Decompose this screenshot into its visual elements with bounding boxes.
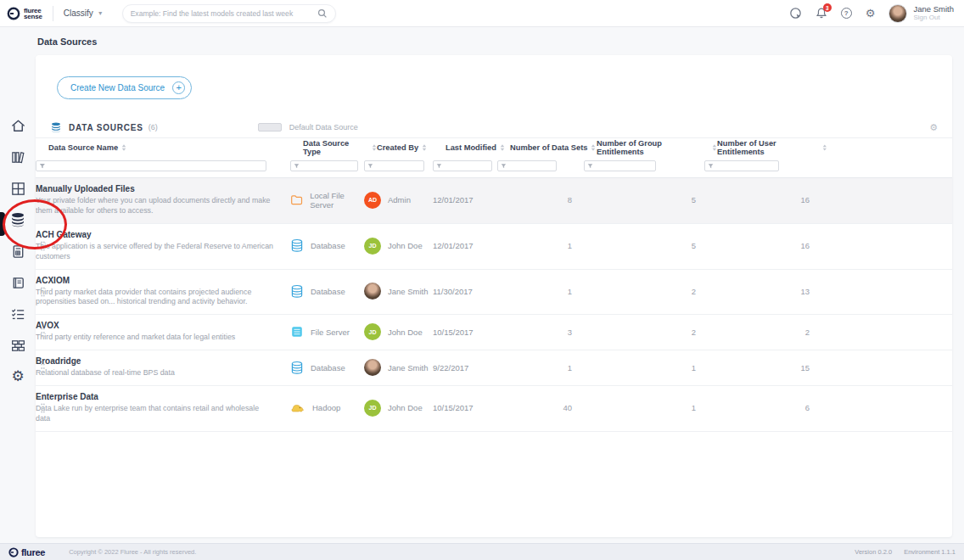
drag-handle-icon[interactable] [41,403,45,413]
created-by: John Doe [388,241,423,250]
sort-icon [422,143,427,152]
sort-icon [822,143,827,152]
created-by: Jane Smith [388,363,429,372]
last-modified: 11/30/2017 [433,287,497,296]
list-toolbar: DATA SOURCES (6) Default Data Source ⚙ [36,117,952,138]
data-sets-count: 3 [497,328,584,337]
user-entitlements-count: 15 [704,363,815,372]
drag-handle-icon[interactable] [41,241,45,251]
user-avatar [888,4,907,23]
sign-out-link[interactable]: Sign Out [913,14,954,22]
data-source-type: Database [311,287,345,296]
filter-name[interactable] [36,160,266,171]
automation-gear-icon[interactable]: ⚙ [9,368,26,385]
table-row[interactable]: ACXIOM Third party market data provider … [36,270,952,316]
sort-icon [591,143,596,152]
module-dropdown[interactable]: Classify▼ [64,8,104,18]
fluree-sense-logo[interactable]: flureesense [7,7,42,20]
column-header[interactable]: Created By [377,143,446,152]
column-header[interactable]: Number of User Entitlements [717,139,827,156]
data-sources-icon[interactable] [9,211,26,228]
hadoop-elephant-icon [290,401,305,414]
data-source-name[interactable]: AVOX [36,321,275,330]
group-entitlements-count: 1 [584,363,704,372]
avatar [364,359,381,376]
file-server-icon [290,325,304,339]
filter-user-entitlements[interactable] [704,160,779,171]
copyright-text: Copyright © 2022 Fluree - All rights res… [69,548,196,556]
data-source-name[interactable]: Enterprise Data [36,392,275,401]
data-source-type: Hadoop [312,403,340,412]
table-row[interactable]: Manually Uploaded Files Your private fol… [36,178,952,224]
data-source-description: Third party market data provider that co… [36,288,275,308]
divider [53,6,53,21]
filter-funnel-icon [294,163,300,170]
data-source-name[interactable]: ACH Gateway [36,230,275,239]
search-input[interactable] [131,9,317,18]
data-source-description: Your private folder where you can upload… [36,196,275,216]
user-name: Jane Smith [913,5,954,14]
table-row[interactable]: ACH Gateway This application is a servic… [36,224,952,270]
column-header[interactable]: Number of Data Sets [510,143,597,152]
data-source-name[interactable]: ACXIOM [36,276,275,285]
usage-pie-icon[interactable] [789,7,802,20]
help-icon[interactable]: ? [841,8,852,19]
drag-handle-icon[interactable] [41,287,45,297]
servers-stack-icon[interactable] [9,337,26,354]
filter-data-sets[interactable] [497,160,557,171]
report-icon[interactable] [9,243,26,260]
data-sets-count: 40 [497,403,584,412]
user-entitlements-count: 16 [704,241,815,250]
column-header[interactable]: Last Modified [446,143,510,152]
grid-icon[interactable] [9,180,26,197]
last-modified: 12/01/2017 [433,195,497,204]
user-menu[interactable]: Jane Smith Sign Out [888,4,954,23]
table-settings-gear-icon[interactable]: ⚙ [929,122,938,133]
sidebar-collapse-tab[interactable] [0,212,5,236]
data-source-description: Data Lake run by enterprise team that co… [36,404,275,424]
create-new-data-source-button[interactable]: Create New Data Source + [57,76,192,99]
version-text: Version 0.2.0 [855,548,892,556]
table-row[interactable]: Enterprise Data Data Lake run by enterpr… [36,386,952,432]
column-header[interactable]: Number of Group Entitlements [597,139,717,156]
drag-handle-icon[interactable] [41,328,45,338]
group-entitlements-count: 5 [584,195,704,204]
filter-group-entitlements[interactable] [584,160,656,171]
documentation-book-icon[interactable] [9,274,26,291]
default-legend-swatch [258,123,282,132]
filter-funnel-icon [587,163,593,170]
logo-text: flureesense [24,8,42,20]
table-row[interactable]: Broadridge Relational database of real-t… [36,350,952,386]
list-title: DATA SOURCES [69,123,143,132]
data-source-description: Third party entity reference and market … [36,333,275,343]
checklist-icon[interactable] [9,305,26,322]
filter-funnel-icon [436,163,442,170]
created-by: Admin [388,195,411,204]
footer-fluree-logo: fluree [8,547,45,557]
data-source-name[interactable]: Broadridge [36,356,275,366]
folder-icon [290,193,303,206]
library-icon[interactable] [9,148,26,165]
search-icon [317,8,328,19]
data-source-name[interactable]: Manually Uploaded Files [36,184,275,193]
data-source-description: Relational database of real-time BPS dat… [36,368,275,378]
filter-last-modified[interactable] [433,160,492,171]
sort-icon [121,143,126,152]
search-bar[interactable] [122,4,336,23]
home-icon[interactable] [9,117,26,134]
user-entitlements-count: 2 [704,328,815,337]
database-icon [290,284,304,299]
drag-handle-icon[interactable] [41,363,45,373]
column-header[interactable]: Data Source Name [48,143,303,152]
settings-gear-icon[interactable]: ⚙ [866,8,876,19]
sort-icon [500,143,505,152]
default-legend-label: Default Data Source [289,123,358,132]
chevron-down-icon: ▼ [98,10,104,16]
group-entitlements-count: 1 [584,403,704,412]
column-header[interactable]: Data Source Type [303,139,377,156]
filter-type[interactable] [290,160,358,171]
filter-created-by[interactable] [364,160,424,171]
table-row[interactable]: AVOX Third party entity reference and ma… [36,315,952,350]
notifications-bell-icon[interactable]: 3 [815,7,827,20]
data-sets-count: 1 [497,363,584,372]
